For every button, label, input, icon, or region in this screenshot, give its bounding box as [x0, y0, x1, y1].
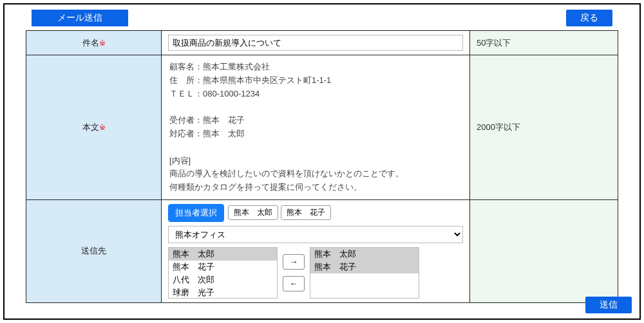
label-destination: 送信先	[26, 199, 162, 302]
field-subject	[162, 31, 470, 55]
assignee-picker-button[interactable]: 担当者選択	[168, 204, 224, 222]
back-button[interactable]: 戻る	[566, 10, 612, 26]
list-item[interactable]: 熊本 太郎	[310, 248, 419, 261]
app-frame: メール送信 戻る 件名※ 50字以下 本文※ 顧客名：熊本工業株式会社 住 所：…	[3, 3, 641, 320]
dual-list: 熊本 太郎熊本 花子八代 次郎球磨 光子 → ← 熊本 太郎熊本 花子	[168, 247, 463, 299]
list-item[interactable]: 球磨 光子	[169, 286, 277, 299]
hint-subject: 50字以下	[470, 31, 618, 55]
assignee-chip[interactable]: 熊本 太郎	[228, 205, 278, 220]
list-item[interactable]: 熊本 太郎	[169, 248, 277, 261]
topbar: メール送信 戻る	[12, 10, 632, 26]
subject-input[interactable]	[168, 35, 463, 51]
label-subject-text: 件名	[82, 38, 99, 48]
required-mark: ※	[99, 123, 106, 132]
move-left-button[interactable]: ←	[283, 276, 305, 291]
selected-listbox[interactable]: 熊本 太郎熊本 花子	[310, 247, 419, 299]
row-subject: 件名※ 50字以下	[26, 31, 618, 55]
row-body: 本文※ 顧客名：熊本工業株式会社 住 所：熊本県熊本市中央区テスト町1-1-1 …	[26, 55, 618, 200]
body-text: 顧客名：熊本工業株式会社 住 所：熊本県熊本市中央区テスト町1-1-1 ＴＥＬ：…	[168, 59, 463, 196]
mail-form-table: 件名※ 50字以下 本文※ 顧客名：熊本工業株式会社 住 所：熊本県熊本市中央区…	[26, 30, 618, 303]
page-title: メール送信	[32, 10, 128, 26]
list-item[interactable]: 八代 次郎	[169, 273, 277, 286]
label-body: 本文※	[26, 55, 162, 200]
list-item[interactable]: 熊本 花子	[310, 261, 419, 273]
arrow-column: → ←	[283, 254, 305, 291]
label-subject: 件名※	[26, 31, 162, 55]
field-destination: 担当者選択 熊本 太郎 熊本 花子 熊本オフィス 熊本 太郎熊本 花子八代 次郎…	[162, 199, 470, 302]
label-body-text: 本文	[82, 122, 99, 132]
required-mark: ※	[99, 39, 106, 48]
list-item[interactable]: 熊本 花子	[169, 261, 277, 273]
available-listbox[interactable]: 熊本 太郎熊本 花子八代 次郎球磨 光子	[168, 247, 278, 299]
hint-destination	[470, 199, 618, 302]
move-right-button[interactable]: →	[283, 254, 305, 270]
picker-row: 担当者選択 熊本 太郎 熊本 花子	[168, 204, 463, 222]
hint-body: 2000字以下	[470, 55, 618, 200]
row-destination: 送信先 担当者選択 熊本 太郎 熊本 花子 熊本オフィス 熊本 太郎熊本 花子八…	[26, 199, 618, 302]
send-button[interactable]: 送信	[585, 297, 632, 313]
assignee-chip[interactable]: 熊本 花子	[281, 205, 331, 220]
office-select[interactable]: 熊本オフィス	[168, 226, 463, 243]
field-body: 顧客名：熊本工業株式会社 住 所：熊本県熊本市中央区テスト町1-1-1 ＴＥＬ：…	[162, 55, 470, 200]
